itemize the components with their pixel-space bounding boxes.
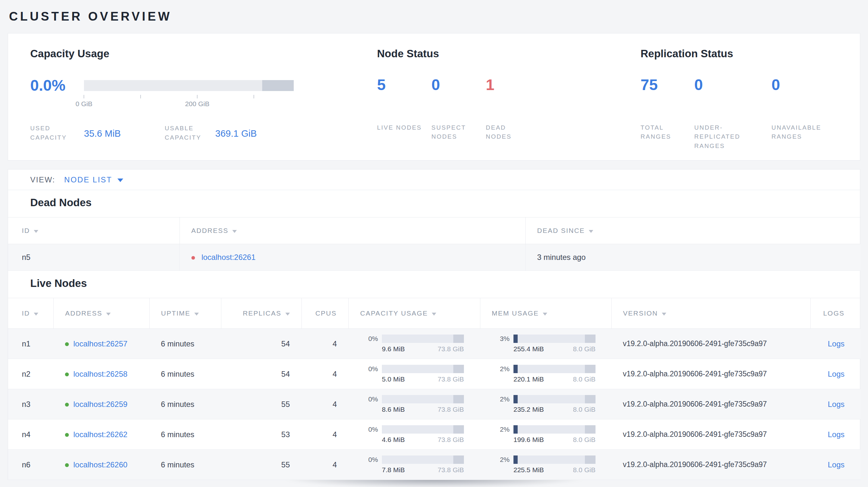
live-col-capacity[interactable]: CAPACITY USAGE: [348, 298, 480, 329]
cluster-summary-card: Capacity Usage 0.0% 0 GiB 200 GiB USED C…: [8, 33, 860, 161]
mem-usage-cell: 2% 225.5 MiB8.0 GiB: [492, 455, 611, 474]
view-select-dropdown[interactable]: NODE LIST: [64, 175, 123, 184]
node-id: n2: [8, 359, 53, 389]
node-id: n6: [8, 450, 53, 480]
logs-link[interactable]: Logs: [828, 339, 844, 348]
dead-status-icon: [191, 256, 195, 260]
node-id: n3: [8, 389, 53, 419]
mem-usage-cell: 2% 235.2 MiB8.0 GiB: [492, 395, 611, 413]
axis-tick-icon: [84, 95, 84, 98]
capacity-percent: 0%: [360, 365, 378, 373]
capacity-percent: 0%: [360, 426, 378, 433]
capacity-bar: [382, 365, 464, 373]
sort-arrow-icon: [106, 313, 111, 316]
version-value: v19.2.0-alpha.20190606-2491-gfe735c9a97: [611, 450, 810, 480]
bar-marker: [585, 425, 595, 433]
bar-marker: [453, 455, 464, 464]
mem-percent: 3%: [492, 335, 509, 343]
replicas-value: 54: [221, 329, 302, 359]
node-address-link[interactable]: localhost:26261: [202, 253, 255, 261]
axis-tick-icon: [253, 95, 254, 98]
total-ranges-count: 75: [641, 76, 694, 94]
logs-link[interactable]: Logs: [828, 460, 844, 469]
mem-percent: 2%: [492, 395, 509, 403]
dead-col-dead-since[interactable]: DEAD SINCE: [525, 218, 861, 244]
mem-usage-cell: 2% 199.6 MiB8.0 GiB: [492, 425, 611, 444]
mem-bar: [514, 395, 595, 403]
mem-used: 199.6 MiB: [514, 436, 544, 444]
dead-col-id[interactable]: ID: [8, 218, 180, 244]
live-col-mem[interactable]: MEM USAGE: [480, 298, 611, 329]
live-nodes-label: LIVE NODES: [377, 123, 425, 132]
mem-bar: [514, 425, 595, 433]
capacity-percent: 0%: [360, 335, 378, 343]
live-col-uptime[interactable]: UPTIME: [149, 298, 221, 329]
node-address-link[interactable]: localhost:26257: [73, 339, 127, 348]
replicas-value: 55: [221, 389, 302, 419]
mem-percent: 2%: [492, 426, 509, 433]
live-node-row: n4 localhost:26262 6 minutes 53 4 0% 4.6…: [8, 419, 861, 450]
bar-marker: [585, 395, 595, 403]
unavailable-count: 0: [772, 76, 820, 94]
node-address-link[interactable]: localhost:26262: [73, 430, 127, 439]
mem-total: 8.0 GiB: [573, 405, 595, 413]
uptime-value: 6 minutes: [149, 419, 221, 450]
uptime-value: 6 minutes: [149, 329, 221, 359]
logs-link[interactable]: Logs: [828, 369, 844, 378]
view-bar: VIEW: NODE LIST: [8, 169, 860, 190]
node-status-title: Node Status: [377, 47, 641, 60]
mem-total: 8.0 GiB: [573, 376, 595, 383]
suspect-nodes-label: SUSPECT NODES: [431, 123, 480, 141]
capacity-usage-title: Capacity Usage: [30, 47, 377, 60]
uptime-value: 6 minutes: [149, 359, 221, 389]
live-node-row: n6 localhost:26260 6 minutes 55 4 0% 7.8…: [8, 450, 861, 480]
live-col-replicas[interactable]: REPLICAS: [221, 298, 302, 329]
dead-since-value: 3 minutes ago: [525, 244, 861, 271]
live-col-version[interactable]: VERSION: [611, 298, 810, 329]
dead-col-address[interactable]: ADDRESS: [180, 218, 525, 244]
mem-total: 8.0 GiB: [573, 466, 595, 474]
suspect-nodes-count: 0: [431, 76, 486, 94]
sort-arrow-icon: [543, 313, 547, 316]
unavailable-ranges-stat: 0 UNAVAILABLE RANGES: [772, 76, 820, 151]
bar-marker: [453, 395, 464, 403]
capacity-usage-cell: 0% 9.6 MiB73.8 GiB: [360, 334, 480, 353]
live-nodes-header-row: ID ADDRESS UPTIME REPLICAS CPUS CAPACITY…: [8, 298, 861, 329]
live-col-id[interactable]: ID: [8, 298, 53, 329]
dead-nodes-count: 1: [486, 76, 540, 94]
capacity-bar: [382, 455, 464, 464]
mem-used: 225.5 MiB: [514, 466, 544, 474]
sort-arrow-icon: [194, 313, 199, 316]
capacity-usage-cell: 0% 5.0 MiB73.8 GiB: [360, 365, 480, 383]
capacity-bar: [382, 334, 464, 343]
mem-usage-cell: 2% 220.1 MiB8.0 GiB: [492, 365, 611, 383]
node-address-link[interactable]: localhost:26259: [73, 400, 127, 409]
mem-bar: [514, 455, 595, 464]
capacity-used: 5.0 MiB: [382, 376, 405, 383]
view-label: VIEW:: [30, 175, 55, 184]
live-status-icon: [65, 463, 69, 467]
live-col-address[interactable]: ADDRESS: [53, 298, 149, 329]
bar-marker: [453, 334, 464, 343]
capacity-usage-cell: 0% 4.6 MiB73.8 GiB: [360, 425, 480, 444]
node-address-link[interactable]: localhost:26260: [73, 460, 127, 469]
live-nodes-stat: 5 LIVE NODES: [377, 76, 431, 141]
cpus-value: 4: [302, 329, 348, 359]
mem-usage-cell: 3% 255.4 MiB8.0 GiB: [492, 334, 611, 353]
logs-link[interactable]: Logs: [828, 400, 844, 409]
node-address-link[interactable]: localhost:26258: [73, 369, 127, 378]
dead-nodes-label: DEAD NODES: [486, 123, 534, 141]
axis-tick-label: 0 GiB: [75, 100, 93, 108]
live-node-row: n3 localhost:26259 6 minutes 55 4 0% 8.6…: [8, 389, 861, 419]
sort-arrow-icon: [232, 230, 237, 233]
capacity-total: 73.8 GiB: [438, 376, 464, 383]
live-col-logs: LOGS: [810, 298, 861, 329]
cpus-value: 4: [302, 389, 348, 419]
axis-tick-label: 200 GiB: [185, 100, 210, 108]
live-nodes-heading: Live Nodes: [30, 277, 860, 290]
replicas-value: 55: [221, 450, 302, 480]
dead-node-row: n5 localhost:26261 3 minutes ago: [8, 244, 861, 271]
cpus-value: 4: [302, 450, 348, 480]
logs-link[interactable]: Logs: [828, 430, 844, 439]
bar-marker: [585, 334, 595, 343]
